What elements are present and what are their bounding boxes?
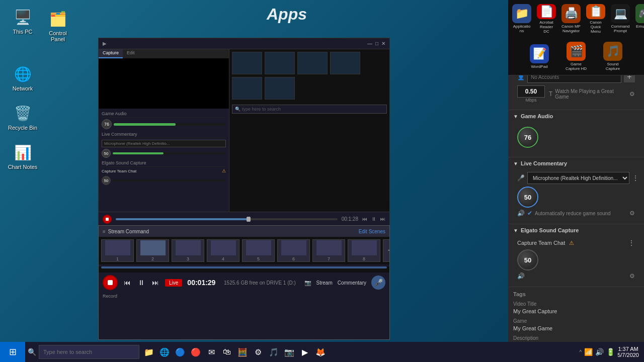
- sc-record-button[interactable]: [103, 275, 118, 290]
- esc-settings-icon[interactable]: ⚙: [629, 273, 635, 280]
- sc-camera-icon[interactable]: 📷: [304, 280, 311, 286]
- tray-battery-icon[interactable]: 🔋: [606, 348, 615, 356]
- scene-num-5: 5: [257, 256, 260, 261]
- top-icon-canon-mp[interactable]: 🖨️ Canon MP Navigator: [560, 3, 582, 35]
- sc-mic-button[interactable]: 🎤: [371, 276, 385, 290]
- sc-scene-2[interactable]: 2: [136, 239, 169, 262]
- taskbar-store-icon[interactable]: 🛍: [220, 345, 234, 359]
- game-audio-header[interactable]: ▼ Game Audio: [513, 113, 639, 119]
- obs-tab-capture[interactable]: Capture: [99, 49, 123, 58]
- shortcut-game-capture-hd[interactable]: 🎬 Game Capture HD: [561, 40, 591, 72]
- desktop-icon-chartnotes[interactable]: 📊 Chart Notes: [5, 140, 40, 172]
- mic-select[interactable]: Microphone (Realtek High Definition...: [527, 172, 629, 184]
- wordpad-icon: 📝: [530, 44, 549, 63]
- top-icon-canon-quick[interactable]: 📋 Canon Quick Menu: [585, 3, 607, 35]
- taskbar-chrome-icon[interactable]: 🔴: [189, 345, 203, 359]
- scene-thumb-7: [316, 240, 342, 255]
- elgato-top-icons-row: 📁 Applications 📄 Acrobat Reader DC 🖨️ Ca…: [508, 0, 644, 38]
- ls-settings-icon[interactable]: ⚙: [629, 90, 635, 98]
- taskbar-ie-icon[interactable]: 🔵: [173, 345, 187, 359]
- tray-sound-icon[interactable]: 🔊: [595, 348, 604, 356]
- obs-play-icon[interactable]: ⏸: [371, 216, 376, 222]
- esc-more-icon[interactable]: ⋮: [628, 239, 635, 247]
- desktop-icons-left: 🖥️ This PC 🗂️ Control Panel 🌐 Network 🗑️…: [5, 5, 75, 172]
- commentary-knob[interactable]: 50: [517, 187, 538, 208]
- shortcut-wordpad[interactable]: 📝 WordPad: [525, 43, 554, 70]
- scene-thumb-8: [352, 240, 377, 255]
- taskbar-camera-icon[interactable]: 📷: [282, 345, 296, 359]
- top-icon-emulators1[interactable]: 🎮 Emulators: [634, 3, 644, 35]
- start-button[interactable]: ⊞: [0, 342, 25, 362]
- obs-rew-icon[interactable]: ⏮: [362, 216, 367, 222]
- obs-inner-sections: Game Audio 76 Live Commentary Microphone…: [99, 109, 229, 188]
- obs-record-button[interactable]: [103, 215, 112, 224]
- obs-maximize-icon[interactable]: □: [375, 41, 378, 46]
- taskbar-tray: ^ 📶 🔊 🔋 1:37 AM 5/7/2020: [579, 346, 644, 358]
- desktop-icon-network[interactable]: 🌐 Network: [5, 62, 40, 94]
- obs-close-icon[interactable]: ✕: [381, 41, 385, 46]
- taskbar-edge-icon[interactable]: 🌐: [157, 345, 172, 359]
- volume-icon: 🔊: [517, 210, 525, 217]
- controlpanel-icon: 🗂️: [48, 9, 68, 29]
- tray-network-icon[interactable]: 📶: [584, 348, 593, 356]
- stream-cmd-header: ≡ Stream Command Edit Scenes: [99, 226, 389, 237]
- obs-fwd-icon[interactable]: ⏭: [380, 216, 385, 222]
- edit-scenes-button[interactable]: Edit Scenes: [359, 229, 385, 234]
- desktop-icon-thispc[interactable]: 🖥️ This PC: [5, 5, 40, 37]
- obs-esc-knob[interactable]: 50: [102, 176, 111, 185]
- sc-scene-5[interactable]: 5: [242, 239, 275, 262]
- obs-progress-handle[interactable]: [247, 217, 251, 222]
- taskbar-mail-icon[interactable]: ✉: [204, 345, 218, 359]
- sc-rewind-icon[interactable]: ⏮: [123, 278, 132, 288]
- live-commentary-header[interactable]: ▼ Live Commentary: [513, 160, 639, 166]
- text-icon: T: [549, 90, 552, 98]
- obs-lc-knob[interactable]: 50: [102, 149, 111, 158]
- desktop-icon-recyclebin[interactable]: 🗑️ Recycle Bin: [5, 101, 40, 133]
- scene-thumb-4: [211, 240, 236, 255]
- desktop-icon-controlpanel[interactable]: 🗂️ Control Panel: [40, 7, 75, 44]
- esc-knob[interactable]: 50: [517, 249, 538, 270]
- sc-forward-icon[interactable]: ⏭: [151, 278, 160, 288]
- sc-record-indicator: [108, 280, 113, 285]
- obs-minimize-icon[interactable]: —: [367, 41, 372, 46]
- mic-more-icon[interactable]: ⋮: [632, 174, 639, 182]
- sc-scene-3[interactable]: 3: [172, 239, 204, 262]
- top-icon-command[interactable]: 💻 Command Prompt: [609, 3, 631, 35]
- sc-add-scene-button[interactable]: +: [383, 239, 389, 262]
- sc-scene-6[interactable]: 6: [277, 239, 310, 262]
- sc-stream-button[interactable]: Stream: [316, 280, 333, 286]
- game-audio-knob[interactable]: 76: [517, 127, 538, 148]
- microphone-icon: 🎤: [517, 174, 525, 182]
- sc-scene-7[interactable]: 7: [312, 239, 345, 262]
- taskbar-media-icon[interactable]: 🎵: [267, 345, 281, 359]
- sound-capture-icon: 🎵: [603, 42, 622, 61]
- obs-game-audio-label: Game Audio: [102, 110, 226, 118]
- taskbar-file-explorer-icon[interactable]: 📁: [142, 345, 156, 359]
- sc-scene-1[interactable]: 1: [101, 239, 134, 262]
- obs-tab-edit[interactable]: Edit: [123, 49, 139, 58]
- game-audio-title: Game Audio: [521, 113, 553, 119]
- sc-live-button[interactable]: Live: [165, 279, 182, 287]
- sc-scene-8[interactable]: 8: [348, 239, 380, 262]
- elgato-sound-header[interactable]: ▼ Elgato Sound Capture: [513, 227, 639, 233]
- auto-settings-icon[interactable]: ⚙: [629, 210, 635, 217]
- taskbar-firefox-icon[interactable]: 🦊: [313, 345, 328, 359]
- sc-scene-4[interactable]: 4: [207, 239, 239, 262]
- shortcut-sound-capture[interactable]: 🎵 Sound Capture: [598, 40, 627, 72]
- taskbar-calc-icon[interactable]: 🧮: [235, 345, 250, 359]
- taskbar-settings-icon[interactable]: ⚙: [251, 345, 265, 359]
- top-icon-applications[interactable]: 📁 Applications: [511, 3, 533, 35]
- chartnotes-label: Chart Notes: [8, 164, 38, 170]
- game-capture-hd-icon: 🎬: [567, 42, 586, 61]
- sc-pause-icon[interactable]: ⏸: [137, 278, 146, 288]
- obs-ga-knob[interactable]: 76: [102, 119, 112, 129]
- top-icon-acrobat[interactable]: 📄 Acrobat Reader DC: [535, 3, 557, 35]
- tray-chevron-icon[interactable]: ^: [579, 349, 582, 355]
- taskbar-search-input[interactable]: [39, 345, 139, 359]
- canon-quick-label: Canon Quick Menu: [586, 20, 605, 34]
- sc-controls-row: ⏮ ⏸ ⏭ Live 00:01:29 1525.6 GB free on DR…: [99, 273, 389, 293]
- sc-commentary-button[interactable]: Commentary: [338, 280, 366, 286]
- mbps-display: 0.50 Mbps: [517, 85, 545, 103]
- taskbar-elgato-icon[interactable]: ▶: [298, 345, 312, 359]
- chevron-down-icon-3: ▼: [513, 161, 518, 166]
